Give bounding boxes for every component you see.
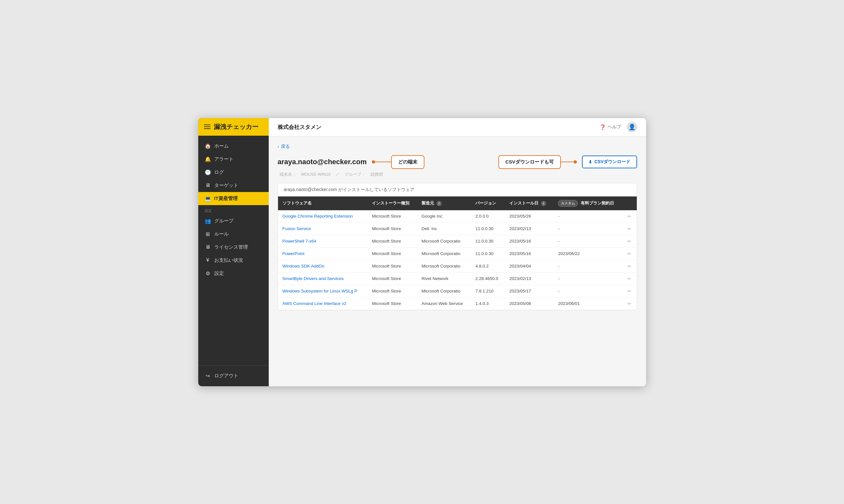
- cell-installer: Microsoft Store: [367, 297, 417, 310]
- edit-icon[interactable]: ✏: [627, 276, 631, 281]
- sidebar-item-license[interactable]: 🖥 ライセンス管理: [198, 241, 269, 254]
- csv-button-label: CSVダウンロード: [595, 159, 631, 165]
- cell-edit[interactable]: ✏: [623, 235, 637, 247]
- cell-edit[interactable]: ✏: [623, 210, 637, 223]
- group-icon: 👥: [205, 218, 211, 224]
- edit-icon[interactable]: ✏: [627, 226, 631, 231]
- user-avatar[interactable]: 👤: [627, 122, 637, 132]
- sidebar-item-license-label: ライセンス管理: [214, 244, 248, 250]
- cell-paid-plan: 2023/06/01: [553, 297, 623, 310]
- download-icon: ⬇: [588, 159, 592, 164]
- payment-icon: ¥: [205, 257, 211, 263]
- cell-software-name[interactable]: PowerShell 7-x64: [278, 235, 368, 247]
- edit-icon[interactable]: ✏: [627, 214, 631, 219]
- connector-line-right: [561, 162, 574, 162]
- sidebar-item-logout[interactable]: ↪ ログアウト: [198, 369, 269, 382]
- sidebar-item-home[interactable]: 🏠 ホーム: [198, 140, 269, 152]
- rule-icon: ⊞: [205, 231, 211, 237]
- cell-installer: Microsoft Store: [367, 210, 417, 223]
- cell-software-name[interactable]: SmartByte Drivers and Services: [278, 272, 368, 285]
- sidebar-item-group[interactable]: 👥 グループ: [198, 214, 269, 228]
- edit-icon[interactable]: ✏: [627, 264, 631, 269]
- cell-maker: Amazon Web Service: [417, 297, 471, 310]
- table-row: PowerShell 7-x64 Microsoft Store Microso…: [278, 235, 637, 247]
- cell-software-name[interactable]: PowerPoint: [278, 247, 368, 260]
- sidebar-item-settings-label: 設定: [214, 270, 224, 276]
- cell-edit[interactable]: ✏: [623, 297, 637, 310]
- cell-install-date: 2023/02/13: [505, 222, 553, 235]
- col-header-paid-plan: カスタム 有料プラン契約日: [553, 197, 623, 210]
- connector-line-left: [375, 162, 391, 162]
- edit-icon[interactable]: ✏: [627, 301, 631, 306]
- table-row: Google Chrome Reporting Extension Micros…: [278, 210, 637, 223]
- col-header-actions: [623, 197, 637, 210]
- sidebar-item-home-label: ホーム: [214, 143, 229, 149]
- cell-edit[interactable]: ✏: [623, 285, 637, 297]
- sidebar-item-settings[interactable]: ⚙ 設定: [198, 267, 269, 280]
- cell-install-date: 2023/05/16: [505, 247, 553, 260]
- cell-maker: Microsoft Corporatio: [417, 285, 471, 297]
- edit-icon[interactable]: ✏: [627, 251, 631, 256]
- cell-maker: Microsoft Corporatio: [417, 235, 471, 247]
- sidebar-item-alert[interactable]: 🔔 アラート: [198, 152, 269, 166]
- cell-maker: Dell. Inc: [417, 222, 471, 235]
- col-header-version: バージョン: [471, 197, 505, 210]
- maker-info-icon[interactable]: i: [436, 201, 442, 206]
- connector-dot-left: [372, 160, 375, 163]
- cell-software-name[interactable]: Google Chrome Reporting Extension: [278, 210, 368, 223]
- cell-version: 2.28.4650.0: [471, 272, 505, 285]
- settings-section-label: 設定: [198, 205, 269, 214]
- csv-button-wrapper: ⬇ CSVダウンロード: [582, 156, 637, 168]
- cell-paid-plan: 2023/06/22: [553, 247, 623, 260]
- cell-software-name[interactable]: AWS Command Line Interface v2: [278, 297, 368, 310]
- cell-edit[interactable]: ✏: [623, 260, 637, 272]
- sidebar-item-rule-label: ルール: [214, 231, 229, 237]
- cell-install-date: 2023/05/16: [505, 235, 553, 247]
- sidebar-item-log[interactable]: 🕐 ログ: [198, 166, 269, 179]
- sidebar-item-log-label: ログ: [214, 169, 224, 175]
- cell-software-name[interactable]: Fusion Service: [278, 222, 368, 235]
- install-date-info-icon[interactable]: i: [541, 201, 546, 206]
- logo-text: 漏洩チェッカー: [214, 123, 258, 131]
- cell-installer: Microsoft Store: [367, 285, 417, 297]
- cell-maker: Google Inc: [417, 210, 471, 223]
- cell-edit[interactable]: ✏: [623, 272, 637, 285]
- breadcrumb[interactable]: ‹ 戻る: [278, 144, 637, 149]
- cell-install-date: 2023/04/04: [505, 260, 553, 272]
- hamburger-menu[interactable]: [204, 125, 210, 129]
- topbar: 株式会社スタメン ❓ ヘルプ 👤: [269, 118, 646, 137]
- device-name-label: 端末名：: [280, 172, 296, 177]
- table-row: Windows SDK AddOn Microsoft Store Micros…: [278, 260, 637, 272]
- cell-software-name[interactable]: Windows Subsystem for Linux WSLg P: [278, 285, 368, 297]
- csv-download-button[interactable]: ⬇ CSVダウンロード: [582, 156, 637, 168]
- cell-install-date: 2023/05/08: [505, 297, 553, 310]
- sidebar-item-rule[interactable]: ⊞ ルール: [198, 228, 269, 241]
- cell-edit[interactable]: ✏: [623, 247, 637, 260]
- sidebar-item-payment-label: お支払い状況: [214, 257, 243, 263]
- back-label: 戻る: [281, 144, 290, 149]
- edit-icon[interactable]: ✏: [627, 289, 631, 294]
- table-row: PowerPoint Microsoft Store Microsoft Cor…: [278, 247, 637, 260]
- sidebar-logo[interactable]: 漏洩チェッカー: [198, 118, 269, 136]
- license-icon: 🖥: [205, 244, 211, 250]
- user-email: araya.naoto@checker.com: [278, 158, 367, 166]
- subtitle-bar: araya.naoto@checker.com がインストールしているソフトウェ…: [278, 183, 637, 197]
- which-device-connector: どの端末: [372, 155, 425, 169]
- cell-version: 4.8.0.2: [471, 260, 505, 272]
- edit-icon[interactable]: ✏: [627, 239, 631, 244]
- table-row: Fusion Service Microsoft Store Dell. Inc…: [278, 222, 637, 235]
- cell-edit[interactable]: ✏: [623, 222, 637, 235]
- log-icon: 🕐: [205, 169, 211, 175]
- cell-software-name[interactable]: Windows SDK AddOn: [278, 260, 368, 272]
- sidebar: 漏洩チェッカー 🏠 ホーム 🔔 アラート 🕐 ログ 🖥 ターゲット 💻 IT資産…: [198, 118, 269, 386]
- email-tooltip-area: araya.naoto@checker.com どの端末: [278, 155, 425, 169]
- software-table-wrapper: ソフトウェア名 インストーラー種別 製造元 i バージョン: [278, 197, 637, 310]
- home-icon: 🏠: [205, 143, 211, 149]
- help-button[interactable]: ❓ ヘルプ: [600, 124, 621, 130]
- col-header-installer: インストーラー種別: [367, 197, 417, 210]
- sidebar-item-target[interactable]: 🖥 ターゲット: [198, 179, 269, 192]
- table-body: Google Chrome Reporting Extension Micros…: [278, 210, 637, 310]
- sidebar-item-payment[interactable]: ¥ お支払い状況: [198, 254, 269, 267]
- page-content: ‹ 戻る araya.naoto@checker.com どの端末: [269, 137, 646, 386]
- sidebar-item-it-asset[interactable]: 💻 IT資産管理: [198, 192, 269, 205]
